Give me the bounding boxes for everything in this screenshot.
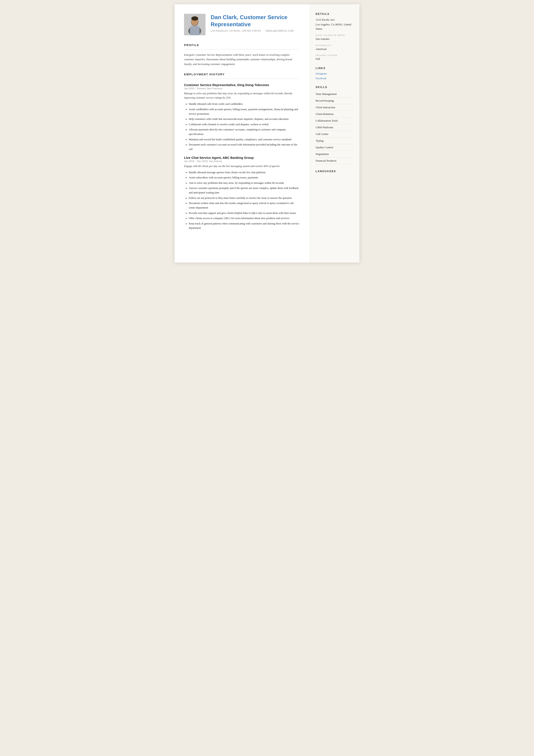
avatar [184,14,206,35]
skill-10: Financial Products [316,157,354,164]
job-summary-1: Manage to solve any problems that may ar… [184,91,300,100]
header-address: LOS ANGELES, CA 90291, UNITED STATES · e… [211,30,300,32]
bullet-2-2: Aim to solve any problems that may arise… [189,181,300,185]
bullet-1-6: Document each customer's account accesse… [189,143,300,151]
job-block-1: Customer Service Representative, Ding Do… [184,83,300,151]
languages-title: LANGUAGES [316,170,354,173]
bullet-2-0: Handle inbound message queries from clie… [189,170,300,175]
job-title-1: Customer Service Representative, Ding Do… [184,83,300,87]
bullet-2-8: Keep track of general patterns when comm… [189,222,300,230]
skill-9: Negotiation [316,151,354,157]
bullet-1-3: Collaborate with clientele to resolve cr… [189,122,300,127]
sidebar: DETAILS 1515 Pacific Ave Los Angeles, CA… [310,4,359,262]
header-info: Dan Clark, Customer Service Representati… [211,14,300,32]
skills-title: SKILLS [316,86,354,89]
nationality-label: NATIONALITY [316,44,354,46]
link-instagram[interactable]: Instagram [316,72,354,75]
skill-3: Client Relations [316,111,354,118]
profile-text: Energetic Customer Service Representativ… [184,52,300,66]
job-date-2: Jan 2018 – Dec 2018, San Antonio [184,160,300,162]
skill-7: Typing [316,138,354,144]
main-content: Dan Clark, Customer Service Representati… [175,4,310,262]
job-date-1: Jan 2019 – Present, San Francisco [184,87,300,90]
skill-6: Call Centre [316,131,354,138]
link-facebook[interactable]: Facebook [316,77,354,80]
job-block-2: Live Chat Service Agent, ABC Banking Gro… [184,156,300,230]
employment-title: EMPLOYMENT HISTORY [184,73,300,76]
links-title: LINKS [316,67,354,70]
dob-label: DATE / PLACE OF BIRTH [316,34,354,36]
skill-4: Collaboration Tools [316,118,354,124]
job-title-2: Live Chat Service Agent, ABC Banking Gro… [184,156,300,159]
resume-container: Dan Clark, Customer Service Representati… [175,4,359,262]
nationality-value: American [316,47,354,51]
sidebar-address-line1: 1515 Pacific Ave [316,18,354,22]
skill-8: Quality Control [316,144,354,151]
skill-1: Record Keeping [316,97,354,104]
driving-label: DRIVING LICENSE [316,54,354,56]
bullet-1-4: Allocate payments directly into customer… [189,127,300,136]
header-section: Dan Clark, Customer Service Representati… [184,14,300,35]
bullet-2-4: Follow set out protocols to they must li… [189,196,300,200]
bullet-1-1: Assist cardholders with account queries,… [189,107,300,116]
bullet-2-6: Provide real-time support and give clien… [189,211,300,215]
skill-0: Time Management [316,91,354,97]
svg-rect-5 [190,26,199,35]
job-summary-2: Engage with 80 clients per day via the l… [184,164,300,168]
bullet-1-5: Maintain and exceed the bank's establish… [189,137,300,142]
profile-title: PROFILE [184,43,300,47]
bullet-2-5: Document written chats and also the resu… [189,201,300,210]
address-separator: · [263,30,264,32]
job-bullets-2: Handle inbound message queries from clie… [184,170,300,230]
bullet-2-7: Offer clients access to company URL's fo… [189,216,300,221]
skill-2: Client Interaction [316,104,354,111]
bullet-2-3: Answer customer questions promptly and i… [189,186,300,195]
header-name: Dan Clark, Customer Service Representati… [211,14,300,28]
job-bullets-1: Handle inbound calls from credit card ca… [184,102,300,151]
details-title: DETAILS [316,13,354,15]
header-address-line1: LOS ANGELES, CA 90291, UNITED STATES [211,30,261,32]
bullet-1-0: Handle inbound calls from credit card ca… [189,102,300,106]
driving-value: Full [316,57,354,61]
skill-5: CRM Platforms [316,124,354,131]
svg-point-4 [191,16,198,21]
bullet-2-1: Assist subscribers with account queries,… [189,176,300,180]
header-email: email@example.com [266,30,293,32]
dob-value: San Antonio [316,37,354,41]
bullet-1-2: Help customers with credit line increase… [189,117,300,122]
sidebar-address-line2: Los Angeles, CA 90291, United States [316,22,354,31]
